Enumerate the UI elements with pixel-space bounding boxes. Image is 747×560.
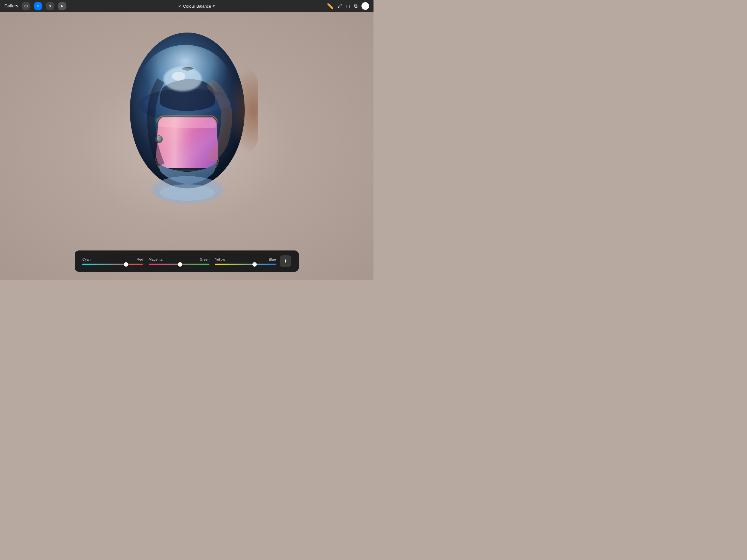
top-bar-right: ✏️ 🖊 ◻ ⧉ — [327, 2, 369, 10]
yellow-blue-track[interactable] — [215, 263, 276, 265]
gallery-button[interactable]: Gallery — [4, 4, 18, 8]
brightness-button[interactable]: ☀ — [280, 255, 291, 267]
wrench-button[interactable]: ⚙ — [22, 2, 30, 10]
lightning-icon: ✦ — [36, 4, 40, 8]
cyan-red-track[interactable] — [82, 263, 143, 265]
cyan-red-thumb[interactable] — [124, 262, 128, 266]
sliders-area: Cyan Red Magenta Green Yellow Blue — [82, 257, 276, 265]
colour-balance-panel: Cyan Red Magenta Green Yellow Blue — [75, 251, 299, 272]
smudge-icon: S — [49, 4, 51, 8]
colour-balance-title: Colour Balance — [183, 4, 211, 8]
colour-balance-icon: ⊘ — [178, 4, 182, 8]
top-bar-left: Gallery ⚙ ✦ S ➤ — [4, 2, 67, 10]
green-label: Green — [200, 257, 209, 261]
blue-label: Blue — [269, 257, 276, 261]
cyan-label: Cyan — [82, 257, 91, 261]
smudge-button[interactable]: S — [46, 2, 54, 10]
red-label: Red — [137, 257, 143, 261]
eraser-icon[interactable]: ◻ — [346, 3, 350, 9]
svg-point-9 — [157, 137, 159, 139]
layers-icon[interactable]: ⧉ — [354, 3, 358, 9]
color-swatch[interactable] — [361, 2, 369, 10]
dropdown-chevron-icon[interactable]: ▾ — [213, 4, 215, 8]
lightning-button[interactable]: ✦ — [34, 2, 42, 10]
svg-point-13 — [172, 72, 185, 81]
cyan-red-labels: Cyan Red — [82, 257, 143, 261]
sun-icon: ☀ — [283, 258, 288, 264]
cyan-red-slider-group: Cyan Red — [82, 257, 143, 265]
magenta-label: Magenta — [149, 257, 163, 261]
yellow-label: Yellow — [215, 257, 225, 261]
magenta-green-track[interactable] — [149, 263, 210, 265]
yellow-blue-labels: Yellow Blue — [215, 257, 276, 261]
yellow-blue-slider-group: Yellow Blue — [215, 257, 276, 265]
artwork-canvas — [115, 26, 258, 212]
yellow-blue-thumb[interactable] — [252, 262, 257, 266]
magenta-green-thumb[interactable] — [178, 262, 182, 266]
move-button[interactable]: ➤ — [58, 2, 67, 10]
pencil-icon[interactable]: ✏️ — [327, 3, 334, 9]
wrench-icon: ⚙ — [24, 4, 28, 9]
pen-icon[interactable]: 🖊 — [337, 3, 342, 9]
magenta-green-labels: Magenta Green — [149, 257, 210, 261]
canvas-area[interactable] — [0, 12, 374, 280]
top-bar-center: ⊘ Colour Balance ▾ — [178, 4, 215, 8]
magenta-green-slider-group: Magenta Green — [149, 257, 210, 265]
top-bar: Gallery ⚙ ✦ S ➤ ⊘ Colour Balance ▾ ✏️ 🖊 … — [0, 0, 374, 12]
svg-point-11 — [160, 184, 215, 201]
move-icon: ➤ — [60, 4, 64, 8]
